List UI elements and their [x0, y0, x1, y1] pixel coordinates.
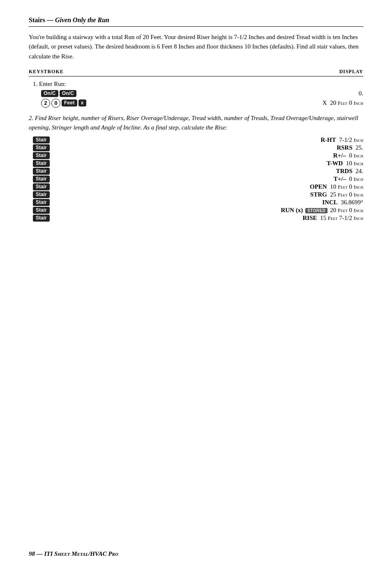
stair-row-5: Stair T+/– 0 Inch: [33, 176, 363, 183]
stair-display-4: TRDS 24.: [232, 168, 363, 175]
step2-text: 2. Find Riser height, number of Risers, …: [29, 113, 363, 133]
title-italic: Given Only the Run: [55, 16, 109, 23]
onc-key-1[interactable]: On/C: [41, 90, 58, 97]
footer: 98 — ITI Sheet Metal/HVAC Pro: [29, 550, 118, 557]
stair-btn-7[interactable]: Stair: [33, 191, 50, 198]
step1-display-row2: X 20 Feet 0 Inch: [281, 99, 363, 106]
x-key[interactable]: x: [78, 99, 86, 106]
step1-row2: 2 0 Feet x X 20 Feet 0 Inch: [41, 99, 363, 108]
step1-keys-row2: 2 0 Feet x: [41, 99, 86, 108]
stair-row-8: Stair INCL 36.8699°: [33, 199, 363, 206]
title-bold: Stairs: [29, 16, 45, 23]
stair-row-9: Stair RUN (x) STORED 20 Feet 0 Inch: [33, 207, 363, 214]
stair-display-6: OPEN 10 Feet 0 Inch: [232, 183, 363, 190]
stair-display-8: INCL 36.8699°: [232, 199, 363, 206]
stair-btn-9[interactable]: Stair: [33, 207, 50, 214]
stair-display-7: STRG 25 Feet 0 Inch: [232, 191, 363, 198]
footer-page: 98: [29, 550, 35, 557]
stair-btn-5[interactable]: Stair: [33, 176, 50, 183]
step1-keys-row1: On/C On/C: [41, 90, 76, 97]
stair-display-5: T+/– 0 Inch: [232, 176, 363, 183]
step1-label: 1. Enter Run:: [33, 81, 363, 88]
stair-row-10: Stair RISE 15 Feet 7-1/2 Inch: [33, 215, 363, 222]
stair-row-4: Stair TRDS 24.: [33, 168, 363, 175]
footer-title: ITI Sheet Metal/HVAC Pro: [44, 550, 118, 557]
stair-btn-0[interactable]: Stair: [33, 136, 50, 143]
step1-display-row1: 0.: [281, 90, 363, 97]
stair-btn-8[interactable]: Stair: [33, 199, 50, 206]
stair-row-7: Stair STRG 25 Feet 0 Inch: [33, 191, 363, 198]
stair-row-1: Stair RSRS 25.: [33, 144, 363, 151]
stair-display-3: T-WD 10 Inch: [232, 160, 363, 167]
stair-row-2: Stair R+/– 0 Inch: [33, 152, 363, 159]
key-2[interactable]: 2: [41, 99, 50, 108]
intro-paragraph: You're building a stairway with a total …: [29, 32, 363, 61]
keystroke-label: KEYSTROKE: [29, 69, 64, 75]
stair-display-0: R-HT 7-1/2 Inch: [232, 136, 363, 143]
stair-row-3: Stair T-WD 10 Inch: [33, 160, 363, 167]
step1-row1: On/C On/C 0.: [41, 90, 363, 97]
stair-btn-3[interactable]: Stair: [33, 160, 50, 167]
title-separator: —: [45, 16, 55, 23]
key-0[interactable]: 0: [51, 99, 60, 108]
page-title: Stairs — Given Only the Run: [29, 16, 363, 27]
onc-key-2[interactable]: On/C: [60, 90, 77, 97]
stair-display-1: RSRS 25.: [232, 144, 363, 151]
stair-btn-1[interactable]: Stair: [33, 144, 50, 151]
stair-btn-2[interactable]: Stair: [33, 152, 50, 159]
display-label: DISPLAY: [339, 69, 363, 75]
stored-badge: STORED: [305, 208, 328, 213]
keystroke-header-row: KEYSTROKE DISPLAY: [29, 69, 363, 76]
stair-display-2: R+/– 0 Inch: [232, 152, 363, 159]
stair-row-6: Stair OPEN 10 Feet 0 Inch: [33, 183, 363, 190]
stair-btn-10[interactable]: Stair: [33, 215, 50, 222]
stair-btn-6[interactable]: Stair: [33, 183, 50, 190]
stair-rows-container: Stair R-HT 7-1/2 Inch Stair RSRS 25. Sta…: [33, 136, 363, 222]
stair-btn-4[interactable]: Stair: [33, 168, 50, 175]
stair-display-9: RUN (x) STORED 20 Feet 0 Inch: [232, 207, 363, 214]
stair-row-0: Stair R-HT 7-1/2 Inch: [33, 136, 363, 143]
stair-display-10: RISE 15 Feet 7-1/2 Inch: [232, 215, 363, 222]
feet-key[interactable]: Feet: [62, 99, 77, 106]
